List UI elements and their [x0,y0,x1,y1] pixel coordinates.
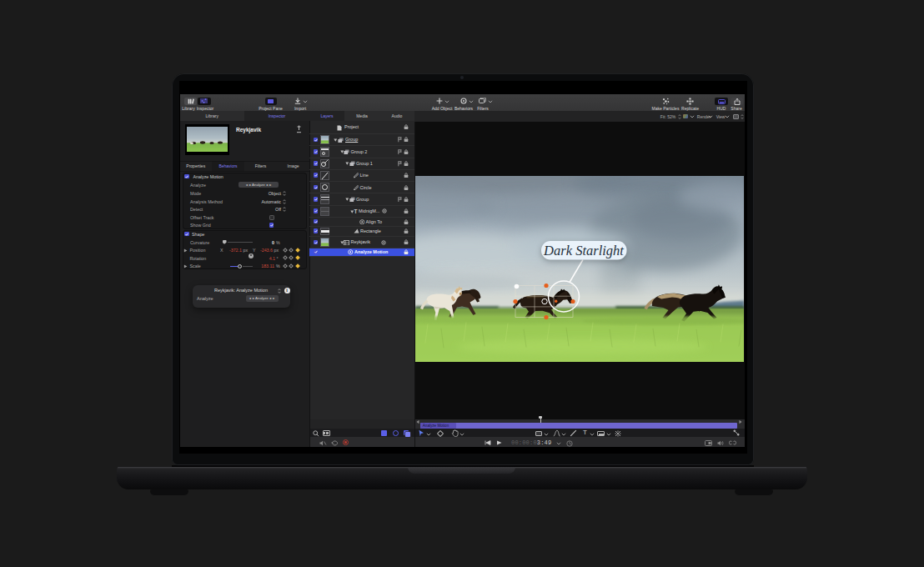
svg-text:Dark Starlight: Dark Starlight [543,243,624,258]
